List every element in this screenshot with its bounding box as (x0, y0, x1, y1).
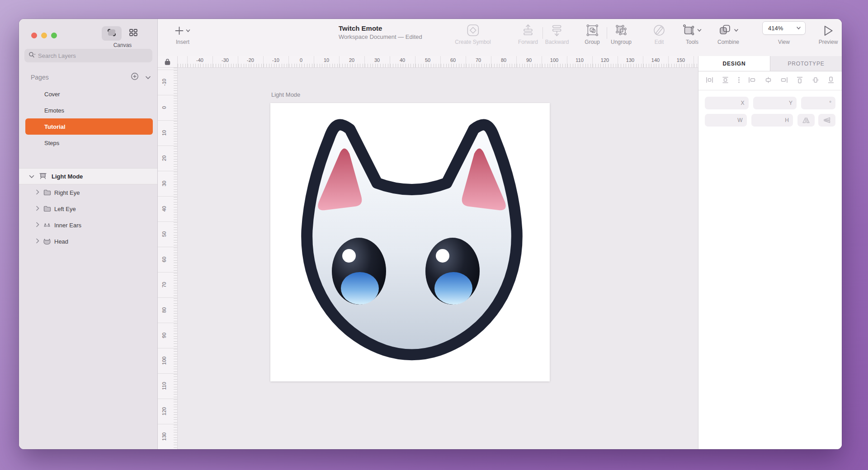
create-symbol-button[interactable]: Create Symbol (455, 19, 491, 45)
height-field-label: H (785, 117, 789, 123)
ruler-label: 70 (161, 282, 167, 287)
layer-artboard-light-mode[interactable]: Light Mode (19, 168, 157, 184)
align-top-icon[interactable] (796, 76, 803, 85)
zoom-dropdown[interactable]: 414% (762, 21, 806, 35)
align-bottom-icon[interactable] (827, 76, 835, 85)
ruler-label: 120 (161, 407, 167, 415)
ruler-label: 80 (501, 57, 506, 63)
rotation-field-label: ° (829, 100, 831, 106)
layers-section: Light Mode Right Eye (19, 168, 157, 249)
artboard-icon (39, 172, 47, 181)
preview-button[interactable]: Preview (819, 19, 838, 45)
distribute-horizontally-icon[interactable] (706, 76, 713, 85)
align-right-icon[interactable] (780, 76, 788, 85)
layer-item-right-eye[interactable]: Right Eye (19, 184, 157, 201)
view-zoom-control[interactable]: 414% View (762, 19, 806, 45)
height-field[interactable]: H (751, 114, 793, 127)
create-symbol-label: Create Symbol (455, 39, 491, 45)
close-window-button[interactable] (31, 33, 37, 38)
expand-chevron-icon[interactable] (36, 238, 39, 245)
expand-chevron-icon[interactable] (36, 189, 39, 196)
ruler-label: 130 (161, 432, 167, 441)
expand-chevron-icon[interactable] (36, 206, 39, 212)
search-icon (28, 52, 36, 60)
flip-vertical-button[interactable] (818, 114, 835, 127)
search-layers-box[interactable] (24, 49, 152, 62)
ruler-label: 50 (425, 57, 430, 63)
vertical-ruler[interactable]: -100102030405060708090100110120130 (158, 68, 178, 449)
artboard-light-mode[interactable] (270, 103, 550, 381)
pages-section-title: Pages (31, 74, 131, 81)
backward-button[interactable]: Backward (545, 19, 569, 45)
ruler-label: 120 (601, 57, 609, 63)
tab-design[interactable]: DESIGN (698, 56, 770, 71)
ruler-label: 140 (651, 57, 660, 63)
align-left-icon[interactable] (748, 76, 756, 85)
collapse-artboard-chevron-icon[interactable] (29, 173, 34, 180)
components-view-button[interactable] (123, 26, 143, 41)
collapse-pages-chevron-icon[interactable] (145, 73, 151, 81)
toolbar-separator (607, 27, 607, 39)
canvas-view-button[interactable] (102, 26, 122, 41)
ruler-label: 20 (161, 155, 167, 161)
expand-chevron-icon[interactable] (36, 222, 39, 229)
distribute-vertically-icon[interactable] (722, 76, 729, 85)
tools-button[interactable]: Tools (683, 19, 702, 45)
ruler-corner[interactable] (158, 56, 178, 68)
minimize-window-button[interactable] (41, 33, 47, 38)
align-center-horizontally-icon[interactable] (764, 76, 772, 85)
zoom-window-button[interactable] (51, 33, 57, 38)
group-label: Group (585, 39, 599, 45)
x-position-field[interactable]: X (705, 97, 749, 109)
ruler-label: 60 (161, 257, 167, 262)
forward-button[interactable]: Forward (518, 19, 538, 45)
page-item-cover[interactable]: Cover (19, 86, 157, 102)
add-page-button[interactable] (131, 72, 139, 82)
flip-horizontal-button[interactable] (797, 114, 815, 127)
edit-button[interactable]: Edit (652, 19, 666, 45)
edit-label: Edit (652, 39, 666, 45)
ruler-label: -40 (196, 57, 203, 63)
layer-item-inner-ears[interactable]: Inner Ears (19, 217, 157, 233)
folder-icon (43, 206, 51, 212)
canvas-viewport[interactable]: Light Mode (178, 68, 698, 449)
ruler-label: 110 (161, 382, 167, 390)
view-label: View (762, 39, 806, 45)
page-item-steps[interactable]: Steps (19, 135, 157, 151)
search-layers-input[interactable] (38, 52, 148, 59)
artboard-title[interactable]: Light Mode (271, 91, 300, 98)
page-item-tutorial[interactable]: Tutorial (25, 118, 153, 135)
layer-item-head[interactable]: Head (19, 233, 157, 249)
combine-button[interactable]: Combine (717, 19, 739, 45)
horizontal-ruler[interactable]: -40-30-20-100102030405060708090100110120… (178, 56, 698, 68)
canvas-view-icon (107, 28, 117, 38)
flip-horizontal-icon (802, 117, 810, 123)
page-item-emotes[interactable]: Emotes (19, 102, 157, 118)
rotation-field[interactable]: ° (801, 97, 835, 109)
document-title-block: Twitch Emote Workspace Document — Edited (339, 24, 422, 40)
width-field[interactable]: W (705, 114, 747, 127)
left-eye (332, 238, 386, 305)
tidy-icon[interactable] (738, 76, 740, 85)
align-middle-vertically-icon[interactable] (812, 76, 819, 85)
ruler-label: 10 (324, 57, 329, 63)
cat-emote-graphic[interactable] (292, 117, 532, 366)
ungroup-button[interactable]: Ungroup (611, 19, 632, 45)
app-window: Canvas Pages (19, 19, 842, 449)
combine-label: Combine (717, 39, 739, 45)
insert-button[interactable]: Insert (175, 19, 191, 45)
ruler-label: 40 (400, 57, 405, 63)
view-mode-switcher: Canvas (98, 26, 147, 48)
right-eye (425, 238, 480, 305)
traffic-lights (31, 33, 57, 38)
group-button[interactable]: Group (585, 19, 599, 45)
ruler-label: -30 (222, 57, 229, 63)
document-title: Twitch Emote (339, 24, 422, 32)
ruler-label: -10 (272, 57, 279, 63)
layer-label: Head (54, 238, 68, 245)
ruler-label: 30 (161, 181, 167, 186)
cat-head-icon (43, 238, 51, 245)
tab-prototype[interactable]: PROTOTYPE (770, 56, 842, 71)
layer-item-left-eye[interactable]: Left Eye (19, 201, 157, 217)
y-position-field[interactable]: Y (753, 97, 797, 109)
